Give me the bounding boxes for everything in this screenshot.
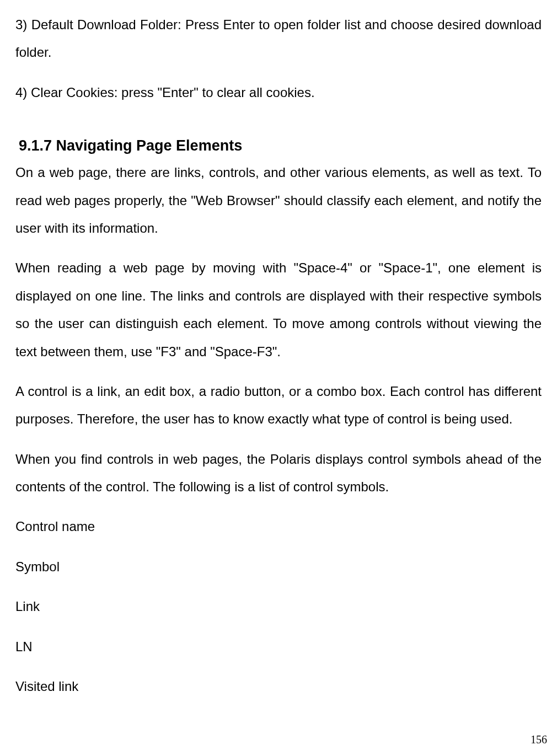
- paragraph-symbols-intro: When you find controls in web pages, the…: [15, 446, 542, 501]
- list-symbol: Symbol: [15, 553, 542, 581]
- page-number: 156: [531, 733, 547, 746]
- paragraph-reading: When reading a web page by moving with "…: [15, 254, 542, 366]
- paragraph-download-folder: 3) Default Download Folder: Press Enter …: [15, 11, 542, 67]
- list-ln: LN: [15, 633, 542, 661]
- list-control-name: Control name: [15, 513, 542, 540]
- list-visited-link: Visited link: [15, 673, 542, 700]
- paragraph-clear-cookies: 4) Clear Cookies: press "Enter" to clear…: [15, 79, 542, 106]
- list-link: Link: [15, 593, 542, 620]
- section-heading: 9.1.7 Navigating Page Elements: [15, 137, 542, 154]
- paragraph-control-types: A control is a link, an edit box, a radi…: [15, 378, 542, 433]
- paragraph-intro: On a web page, there are links, controls…: [15, 159, 542, 242]
